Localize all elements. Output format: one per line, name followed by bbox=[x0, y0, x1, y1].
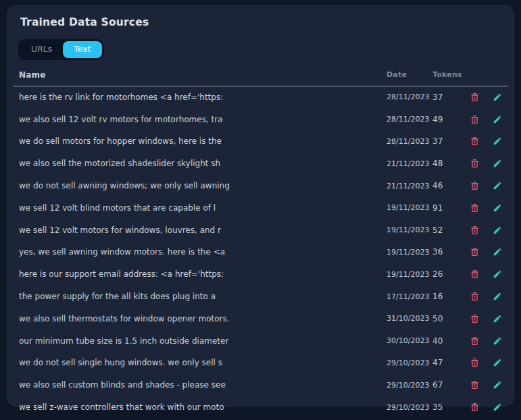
row-date: 28/11/2023 bbox=[387, 93, 432, 101]
table-row: we do not sell awning windows; we only s… bbox=[13, 175, 508, 197]
edit-row-button[interactable] bbox=[491, 157, 503, 169]
trash-icon bbox=[470, 203, 479, 213]
column-header-name: Name bbox=[13, 70, 387, 80]
tab-group: URLs Text bbox=[18, 39, 104, 60]
trash-icon bbox=[470, 336, 479, 346]
table-row: we also sell thermostats for window open… bbox=[13, 307, 508, 330]
row-tokens: 37 bbox=[432, 93, 464, 102]
row-date: 21/11/2023 bbox=[387, 182, 432, 190]
row-tokens: 91 bbox=[432, 203, 464, 213]
pencil-icon bbox=[493, 247, 502, 257]
edit-row-button[interactable] bbox=[491, 313, 503, 325]
table-row: here is the rv link for motorhomes <a hr… bbox=[13, 86, 508, 109]
row-name: we also sell 12 volt rv motors for motor… bbox=[13, 115, 387, 124]
delete-row-button[interactable] bbox=[469, 335, 480, 347]
delete-row-button[interactable] bbox=[469, 180, 480, 192]
delete-row-button[interactable] bbox=[469, 113, 480, 126]
edit-row-button[interactable] bbox=[491, 135, 503, 147]
trash-icon bbox=[470, 226, 479, 235]
trash-icon bbox=[470, 181, 479, 190]
pencil-icon bbox=[493, 93, 502, 102]
row-date: 19/11/2023 bbox=[387, 248, 432, 257]
pencil-icon bbox=[493, 269, 502, 279]
row-name: our minimum tube size is 1.5 inch outsid… bbox=[13, 336, 387, 346]
table-row: here is our support email address: <a hr… bbox=[13, 263, 508, 286]
trash-icon bbox=[470, 314, 479, 323]
row-name: we also sell the motorized shadeslider s… bbox=[13, 159, 387, 168]
edit-row-button[interactable] bbox=[491, 379, 503, 391]
column-header-tokens: Tokens bbox=[432, 70, 464, 79]
delete-row-button[interactable] bbox=[469, 135, 480, 147]
row-date: 21/11/2023 bbox=[387, 159, 432, 168]
edit-row-button[interactable] bbox=[491, 202, 503, 214]
row-name: we do not sell awning windows; we only s… bbox=[13, 181, 387, 190]
row-date: 28/11/2023 bbox=[387, 137, 432, 146]
edit-row-button[interactable] bbox=[491, 401, 503, 413]
table-row: we also sell 12 volt rv motors for motor… bbox=[13, 108, 508, 130]
pencil-icon bbox=[493, 314, 502, 323]
trash-icon bbox=[470, 292, 479, 301]
trained-data-sources-panel: Trained Data Sources URLs Text Name Date… bbox=[7, 5, 514, 406]
row-date: 29/10/2023 bbox=[387, 381, 432, 390]
trash-icon bbox=[470, 358, 479, 367]
row-tokens: 49 bbox=[432, 115, 464, 124]
pencil-icon bbox=[493, 115, 502, 124]
pencil-icon bbox=[493, 380, 502, 390]
edit-row-button[interactable] bbox=[491, 335, 503, 347]
row-name: we sell 12 volt motors for windows, louv… bbox=[13, 226, 387, 235]
row-tokens: 26 bbox=[432, 269, 464, 279]
delete-row-button[interactable] bbox=[469, 401, 480, 413]
row-tokens: 16 bbox=[432, 292, 464, 301]
delete-row-button[interactable] bbox=[469, 379, 480, 391]
pencil-icon bbox=[493, 292, 502, 301]
delete-row-button[interactable] bbox=[469, 268, 480, 280]
edit-row-button[interactable] bbox=[491, 246, 503, 258]
trash-icon bbox=[470, 402, 479, 412]
row-tokens: 67 bbox=[432, 380, 464, 390]
table-header-row: Name Date Tokens bbox=[13, 67, 508, 83]
delete-row-button[interactable] bbox=[469, 157, 480, 169]
pencil-icon bbox=[493, 226, 502, 235]
trash-icon bbox=[470, 136, 479, 146]
trash-icon bbox=[470, 93, 479, 102]
pencil-icon bbox=[493, 402, 502, 412]
row-name: we also sell custom blinds and shades - … bbox=[13, 380, 387, 390]
row-tokens: 48 bbox=[432, 159, 464, 168]
table-row: yes, we sell awning window motors. here … bbox=[13, 241, 508, 263]
row-tokens: 47 bbox=[432, 358, 464, 367]
trash-icon bbox=[470, 159, 479, 168]
edit-row-button[interactable] bbox=[491, 224, 503, 236]
edit-row-button[interactable] bbox=[491, 91, 503, 103]
pencil-icon bbox=[493, 159, 502, 168]
delete-row-button[interactable] bbox=[469, 246, 480, 258]
table-row: our minimum tube size is 1.5 inch outsid… bbox=[13, 330, 508, 352]
row-date: 19/11/2023 bbox=[387, 226, 432, 234]
edit-row-button[interactable] bbox=[491, 290, 503, 303]
edit-row-button[interactable] bbox=[491, 180, 503, 192]
row-tokens: 50 bbox=[432, 314, 464, 323]
edit-row-button[interactable] bbox=[491, 113, 503, 126]
tab-urls[interactable]: URLs bbox=[20, 41, 63, 58]
edit-row-button[interactable] bbox=[491, 268, 503, 280]
trash-icon bbox=[470, 269, 479, 279]
row-name: we also sell thermostats for window open… bbox=[13, 314, 387, 323]
row-tokens: 37 bbox=[432, 136, 464, 146]
edit-row-button[interactable] bbox=[491, 357, 503, 369]
row-tokens: 36 bbox=[432, 247, 464, 257]
delete-row-button[interactable] bbox=[469, 91, 480, 103]
delete-row-button[interactable] bbox=[469, 313, 480, 325]
delete-row-button[interactable] bbox=[469, 290, 480, 303]
table-row: we do sell motors for hopper windows, he… bbox=[13, 130, 508, 153]
row-tokens: 40 bbox=[432, 336, 464, 346]
delete-row-button[interactable] bbox=[469, 357, 480, 369]
delete-row-button[interactable] bbox=[469, 224, 480, 236]
trash-icon bbox=[470, 247, 479, 257]
tab-text[interactable]: Text bbox=[63, 41, 101, 58]
table-row: we sell z-wave controllers that work wit… bbox=[13, 396, 508, 419]
delete-row-button[interactable] bbox=[469, 202, 480, 214]
table-row: we sell 12 volt motors for windows, louv… bbox=[13, 219, 508, 241]
table-row: the power supply for the all kits does p… bbox=[13, 286, 508, 308]
pencil-icon bbox=[493, 336, 502, 346]
table-row: we also sell the motorized shadeslider s… bbox=[13, 153, 508, 175]
row-name: here is the rv link for motorhomes <a hr… bbox=[13, 93, 387, 102]
